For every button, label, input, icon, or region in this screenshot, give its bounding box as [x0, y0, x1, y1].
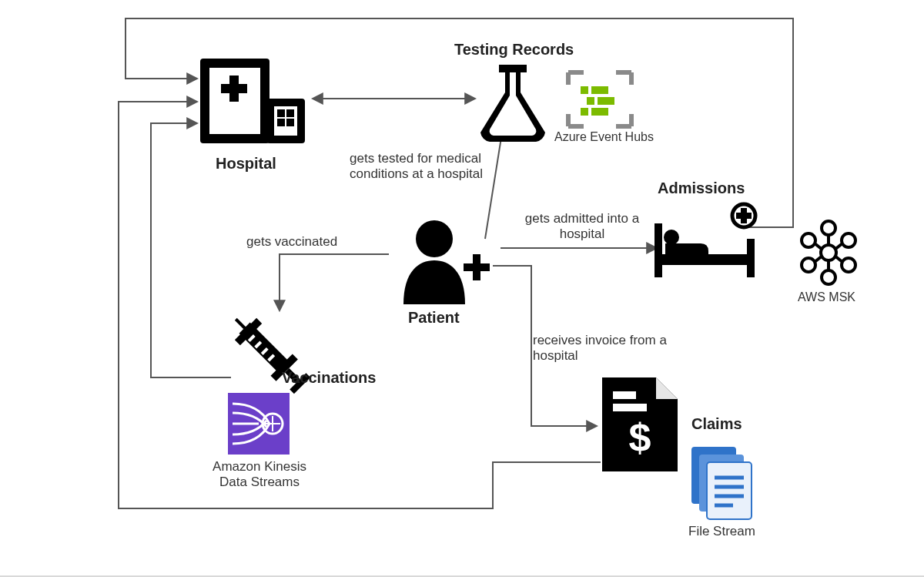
- claims-label: Claims: [691, 414, 742, 433]
- svg-rect-13: [581, 86, 588, 94]
- admissions-label: Admissions: [658, 179, 745, 197]
- svg-point-28: [802, 233, 815, 247]
- hospital-bed-icon: [654, 200, 762, 285]
- aws-msk-label: AWS MSK: [798, 290, 855, 304]
- svg-rect-39: [613, 391, 636, 399]
- svg-point-25: [664, 230, 679, 245]
- svg-rect-6: [277, 109, 285, 117]
- svg-point-27: [822, 221, 835, 235]
- svg-point-30: [802, 258, 815, 272]
- flask-icon: [474, 59, 551, 143]
- svg-point-31: [842, 258, 855, 272]
- file-stream-label: File Stream: [688, 524, 755, 539]
- aws-msk-icon: [798, 219, 859, 288]
- svg-point-29: [842, 233, 855, 247]
- svg-rect-15: [587, 97, 594, 105]
- svg-rect-14: [591, 86, 608, 94]
- svg-rect-54: [235, 318, 247, 330]
- amazon-kinesis-icon: [228, 393, 290, 455]
- edge-label-vacc: gets vaccinated: [246, 234, 337, 250]
- svg-point-10: [416, 220, 453, 257]
- svg-line-37: [835, 256, 842, 262]
- svg-rect-18: [591, 108, 608, 116]
- svg-rect-8: [277, 119, 285, 126]
- testing-label: Testing Records: [454, 40, 574, 59]
- svg-line-36: [815, 256, 822, 262]
- patient-icon: [396, 216, 496, 308]
- svg-rect-24: [654, 254, 755, 265]
- svg-point-26: [821, 245, 836, 260]
- svg-point-32: [822, 270, 835, 284]
- hospital-label: Hospital: [216, 154, 276, 173]
- svg-rect-44: [707, 462, 752, 519]
- svg-line-35: [835, 243, 842, 250]
- svg-rect-16: [598, 97, 614, 105]
- invoice-icon: $: [598, 374, 682, 475]
- svg-rect-40: [613, 404, 647, 411]
- azure-event-hubs-label: Azure Event Hubs: [554, 129, 654, 144]
- patient-label: Patient: [408, 308, 460, 327]
- svg-rect-12: [464, 263, 490, 271]
- svg-rect-7: [286, 109, 294, 117]
- edge-label-claims: receives invoice from a hospital: [533, 333, 702, 364]
- svg-line-34: [815, 243, 822, 250]
- file-stream-icon: [688, 444, 758, 521]
- hospital-icon: [200, 59, 308, 151]
- amazon-kinesis-label: Amazon Kinesis Data Streams: [202, 459, 317, 491]
- svg-rect-5: [221, 84, 247, 93]
- azure-event-hubs-icon: [565, 69, 634, 129]
- svg-rect-21: [736, 213, 752, 219]
- edge-label-admissions: gets admitted into a hospital: [505, 211, 659, 243]
- svg-rect-17: [581, 108, 588, 116]
- edge-label-testing: gets tested for medical conditions at a …: [350, 151, 527, 183]
- svg-rect-9: [286, 119, 294, 126]
- svg-text:$: $: [629, 415, 651, 460]
- vaccinations-label: Vaccinations: [282, 368, 376, 387]
